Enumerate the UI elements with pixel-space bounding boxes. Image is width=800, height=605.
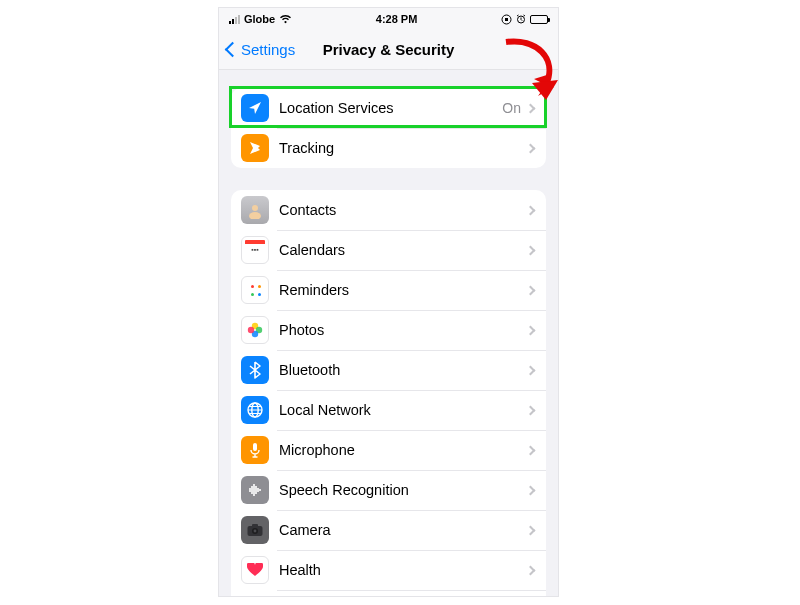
label-health: Health xyxy=(279,562,527,578)
microphone-icon xyxy=(241,436,269,464)
label-microphone: Microphone xyxy=(279,442,527,458)
signal-icon xyxy=(229,15,240,24)
health-icon xyxy=(241,556,269,584)
group-primary: Location ServicesOnTracking xyxy=(231,88,546,168)
label-camera: Camera xyxy=(279,522,527,538)
svg-point-14 xyxy=(254,530,257,533)
speech-recognition-icon xyxy=(241,476,269,504)
label-speech-recognition: Speech Recognition xyxy=(279,482,527,498)
chevron-right-icon xyxy=(526,285,536,295)
tracking-icon xyxy=(241,134,269,162)
chevron-right-icon xyxy=(526,405,536,415)
row-bluetooth[interactable]: Bluetooth xyxy=(231,350,546,390)
row-health[interactable]: Health xyxy=(231,550,546,590)
chevron-right-icon xyxy=(526,205,536,215)
label-tracking: Tracking xyxy=(279,140,527,156)
row-reminders[interactable]: Reminders xyxy=(231,270,546,310)
back-button[interactable]: Settings xyxy=(225,30,295,69)
location-services-icon xyxy=(241,94,269,122)
calendars-icon: ▪▪▪ xyxy=(241,236,269,264)
chevron-right-icon xyxy=(526,485,536,495)
svg-point-7 xyxy=(248,327,254,333)
camera-icon xyxy=(241,516,269,544)
battery-icon xyxy=(530,15,548,24)
svg-point-3 xyxy=(249,212,261,219)
chevron-right-icon xyxy=(526,525,536,535)
row-tracking[interactable]: Tracking xyxy=(231,128,546,168)
row-location-services[interactable]: Location ServicesOn xyxy=(231,88,546,128)
clock: 4:28 PM xyxy=(376,13,418,25)
alarm-icon xyxy=(516,14,526,24)
label-contacts: Contacts xyxy=(279,202,527,218)
chevron-left-icon xyxy=(225,42,241,58)
row-speech-recognition[interactable]: Speech Recognition xyxy=(231,470,546,510)
row-camera[interactable]: Camera xyxy=(231,510,546,550)
chevron-right-icon xyxy=(526,103,536,113)
bluetooth-icon xyxy=(241,356,269,384)
value-location-services: On xyxy=(502,100,521,116)
row-microphone[interactable]: Microphone xyxy=(231,430,546,470)
svg-rect-10 xyxy=(253,443,257,451)
nav-bar: Settings Privacy & Security xyxy=(219,30,558,70)
label-bluetooth: Bluetooth xyxy=(279,362,527,378)
orientation-lock-icon xyxy=(501,14,512,25)
chevron-right-icon xyxy=(526,445,536,455)
carrier-label: Globe xyxy=(244,13,275,25)
contacts-icon xyxy=(241,196,269,224)
svg-point-2 xyxy=(252,205,258,211)
row-calendars[interactable]: ▪▪▪Calendars xyxy=(231,230,546,270)
chevron-right-icon xyxy=(526,365,536,375)
photos-icon xyxy=(241,316,269,344)
chevron-right-icon xyxy=(526,143,536,153)
row-local-network[interactable]: Local Network xyxy=(231,390,546,430)
phone-frame: Globe 4:28 PM Settings Privacy & Securit… xyxy=(218,7,559,597)
chevron-right-icon xyxy=(526,325,536,335)
reminders-icon xyxy=(241,276,269,304)
back-label: Settings xyxy=(241,41,295,58)
svg-rect-12 xyxy=(252,524,258,527)
row-research[interactable]: Research Sensor & Usage Data xyxy=(231,590,546,597)
label-local-network: Local Network xyxy=(279,402,527,418)
group-data-access: Contacts▪▪▪CalendarsRemindersPhotosBluet… xyxy=(231,190,546,597)
row-contacts[interactable]: Contacts xyxy=(231,190,546,230)
research-icon xyxy=(241,596,269,597)
label-location-services: Location Services xyxy=(279,100,502,116)
page-title: Privacy & Security xyxy=(323,41,455,58)
label-photos: Photos xyxy=(279,322,527,338)
label-reminders: Reminders xyxy=(279,282,527,298)
status-bar: Globe 4:28 PM xyxy=(219,8,558,30)
local-network-icon xyxy=(241,396,269,424)
chevron-right-icon xyxy=(526,245,536,255)
label-calendars: Calendars xyxy=(279,242,527,258)
wifi-icon xyxy=(279,14,292,24)
chevron-right-icon xyxy=(526,565,536,575)
row-photos[interactable]: Photos xyxy=(231,310,546,350)
